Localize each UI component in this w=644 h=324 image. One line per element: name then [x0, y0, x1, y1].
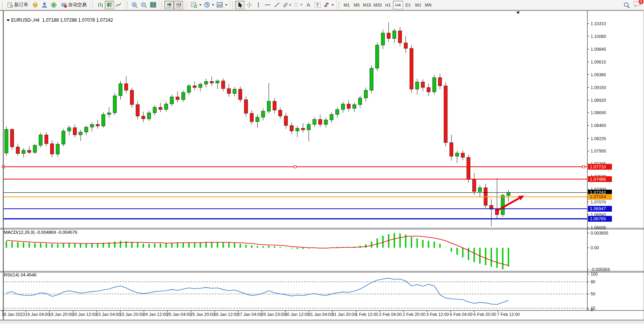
chart-canvas[interactable]: 1.103101.100801.098451.096151.093851.091… [0, 10, 644, 321]
indicators-button[interactable] [190, 1, 203, 9]
candle-up [56, 144, 60, 154]
toolbar-grip[interactable] [338, 2, 341, 9]
cursor-button[interactable] [235, 1, 244, 9]
candle-down [410, 48, 413, 89]
label-tool-glyph: T [315, 2, 321, 8]
candle-up [199, 84, 202, 87]
person-icon [41, 2, 48, 8]
templates-button[interactable] [215, 1, 229, 9]
macd-bar [74, 243, 76, 248]
shapes-button[interactable] [322, 1, 335, 9]
candle-down [210, 81, 214, 83]
fibonacci-button[interactable]: F [292, 1, 304, 9]
tf-m30-button[interactable]: M30 [372, 1, 383, 9]
candle-down [347, 104, 350, 108]
candle-up [164, 104, 168, 110]
macd-bar [262, 246, 264, 248]
crosshair-button[interactable] [244, 1, 254, 9]
chat-button[interactable]: 1 [634, 1, 641, 9]
chart-shift-button[interactable] [174, 1, 183, 9]
candle-down [10, 129, 14, 147]
timeframe-group: M1 M5 M15 M30 H1 H4 D1 W1 MN [336, 0, 434, 10]
tf-mn-button[interactable]: MN [423, 1, 433, 9]
toolbar-grip[interactable] [92, 2, 95, 9]
macd-bar [177, 243, 178, 248]
tf-d1-button[interactable]: D1 [403, 1, 413, 9]
macd-bar [291, 248, 292, 249]
zoom-in-button[interactable] [130, 1, 139, 9]
macd-bar [388, 234, 389, 248]
trendline-button[interactable] [272, 1, 282, 9]
macd-bar [468, 248, 469, 260]
search-button[interactable] [622, 1, 631, 9]
tf-w1-button[interactable]: W1 [413, 1, 423, 9]
time-tick-label: 6 Feb 04:00 [450, 312, 473, 317]
candle-down [193, 86, 196, 87]
toolbar-grip[interactable] [161, 2, 164, 9]
macd-bar [411, 237, 412, 248]
bar-chart-button[interactable] [96, 1, 105, 9]
rsi-tick-label: 50 [591, 291, 595, 296]
time-tick-label: 19 Jan 20:00 [49, 312, 73, 317]
macd-bar [46, 243, 47, 248]
autoscroll-button[interactable] [164, 1, 174, 9]
price-label-text: 1.07164 [590, 194, 606, 199]
macd-bar [143, 243, 144, 248]
candle-down [96, 124, 99, 126]
quotes-button[interactable] [31, 1, 40, 9]
candle-up [147, 113, 151, 119]
text-button[interactable]: A [304, 1, 313, 9]
candle-up [364, 90, 367, 98]
line-chart-button[interactable] [114, 1, 123, 9]
macd-bar [302, 248, 304, 249]
collapse-arrow-icon[interactable] [7, 19, 10, 21]
hline-button[interactable] [263, 1, 272, 9]
toolbar-grip[interactable] [127, 2, 129, 9]
tf-m15-button[interactable]: M15 [362, 1, 372, 9]
candle-up [336, 110, 339, 115]
autotrading-button[interactable]: 自动交易 [58, 1, 89, 9]
macd-bar [183, 243, 184, 248]
tf-h1-button[interactable]: H1 [383, 1, 393, 9]
periods-button[interactable] [203, 1, 215, 9]
channel-button[interactable]: E [282, 1, 292, 9]
toolbar-grip[interactable] [2, 2, 4, 9]
macd-bar [188, 242, 190, 248]
time-tick-label: 2 Feb 04:00 [379, 312, 402, 317]
tf-m1-button[interactable]: M1 [342, 1, 352, 9]
autotrading-icon [61, 2, 67, 8]
signals-button[interactable] [49, 1, 58, 9]
text-label-button[interactable]: T [313, 1, 322, 9]
macd-bar [428, 241, 429, 248]
candle-up [341, 104, 345, 110]
macd-bar [200, 242, 201, 248]
candle-up [376, 45, 379, 68]
tf-h4-button[interactable]: H4 [393, 1, 403, 9]
toolbar-grip[interactable] [232, 2, 234, 9]
zoom-out-button[interactable] [139, 1, 149, 9]
community-button[interactable] [40, 1, 49, 9]
candlestick-chart-button[interactable] [105, 1, 114, 9]
toolbar-grip[interactable] [186, 2, 189, 9]
new-order-label: 新订单 [14, 2, 28, 8]
macd-bar [285, 248, 287, 248]
candle-down [44, 135, 48, 144]
price-tick-label: 1.09150 [591, 85, 606, 90]
clock-icon [204, 2, 210, 8]
vertical-line-icon [256, 2, 261, 8]
tf-m5-button[interactable]: M5 [352, 1, 362, 9]
macd-tick-label: 0.00 [591, 245, 599, 250]
zoom-group [125, 0, 159, 10]
price-tick-label: 1.08225 [591, 136, 606, 141]
vline-button[interactable] [254, 1, 263, 9]
tile-windows-button[interactable] [149, 1, 158, 9]
macd-bar [222, 242, 224, 248]
candle-up [501, 195, 504, 215]
zoom-in-icon [132, 2, 138, 8]
time-tick-label: 23 Jan 04:00 [96, 312, 121, 317]
time-tick-label: 24 Jan 12:00 [143, 312, 168, 317]
price-tick-label: 1.09845 [591, 47, 606, 51]
rsi-tick-label: 100 [591, 272, 598, 276]
macd-bar [211, 242, 213, 248]
new-order-button[interactable]: 新订单 [5, 1, 31, 9]
